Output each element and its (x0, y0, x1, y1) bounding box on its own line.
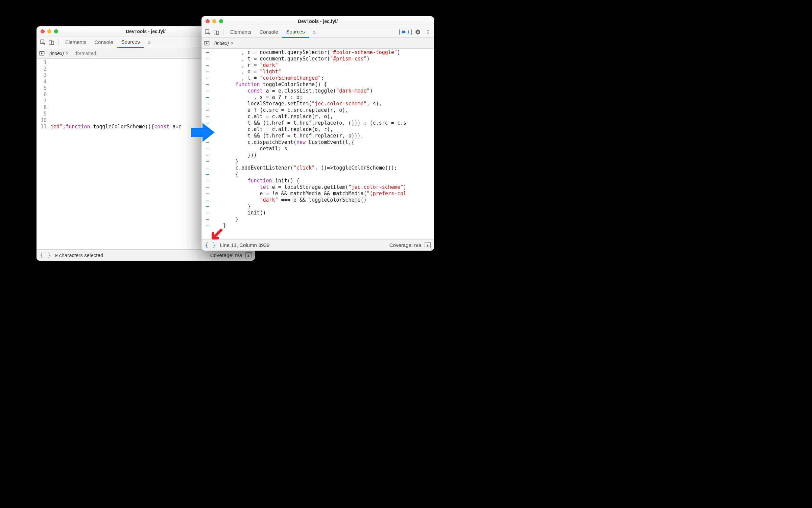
scroll-top-icon[interactable]: ▲ (425, 242, 431, 248)
inspect-element-icon[interactable] (39, 38, 47, 46)
cursor-position-status: Line 11, Column 3939 (220, 242, 270, 248)
separator (223, 29, 223, 35)
titlebar[interactable]: DevTools - jec.fyi/ (201, 16, 434, 26)
tab-sources[interactable]: Sources (117, 36, 144, 48)
panel-tabs: Elements Console Sources » (226, 26, 320, 38)
file-tab-label: (index) (49, 51, 64, 56)
inspect-element-icon[interactable] (204, 28, 212, 36)
code-content[interactable]: , c = document.querySelector("#color-sch… (210, 49, 408, 239)
code-editor[interactable]: –––––––––––––––––––––––––––– , c = docum… (201, 49, 434, 239)
close-window-icon[interactable] (41, 29, 45, 33)
file-tab-bar: (index) × (201, 38, 434, 49)
coverage-status: Coverage: n/a (210, 252, 242, 258)
blue-arrow-annotation (191, 123, 215, 142)
line-number-gutter: 1234567891011 (37, 59, 49, 249)
minimize-window-icon[interactable] (212, 19, 216, 23)
selection-status: 9 characters selected (55, 252, 103, 258)
navigator-toggle-icon[interactable] (38, 49, 46, 57)
zoom-window-icon[interactable] (219, 19, 223, 23)
window-controls (201, 19, 223, 23)
navigator-toggle-icon[interactable] (203, 39, 211, 47)
kebab-menu-icon[interactable] (424, 28, 432, 36)
issues-count: 1 (407, 29, 410, 34)
settings-icon[interactable] (414, 28, 422, 36)
tab-more[interactable]: » (144, 36, 155, 48)
minimize-window-icon[interactable] (47, 29, 51, 33)
tab-elements[interactable]: Elements (61, 36, 91, 48)
svg-rect-6 (216, 31, 219, 34)
fold-gutter[interactable]: –––––––––––––––––––––––––––– (201, 49, 210, 239)
pretty-print-icon[interactable]: { } (40, 252, 51, 259)
device-toolbar-icon[interactable] (47, 38, 55, 46)
svg-point-7 (427, 30, 428, 31)
code-content[interactable]: jed";function toggleColorScheme(){const … (49, 59, 183, 249)
window-controls (37, 29, 58, 33)
svg-rect-2 (51, 41, 54, 45)
status-bar: { } Line 11, Column 3939 Coverage: n/a ▲ (201, 239, 434, 251)
status-bar: { } 9 characters selected Coverage: n/a … (37, 249, 255, 261)
formatted-indicator: :formatted (75, 51, 96, 56)
devtools-window-after: DevTools - jec.fyi/ Elements Console Sou… (201, 16, 434, 251)
issues-icon (401, 30, 406, 34)
file-tab-index[interactable]: (index) × (47, 49, 71, 57)
devtools-toolbar: Elements Console Sources » 1 (201, 26, 434, 38)
tab-console[interactable]: Console (91, 36, 117, 48)
scroll-top-icon[interactable]: ▲ (245, 252, 252, 258)
device-toolbar-icon[interactable] (212, 28, 220, 36)
tab-console[interactable]: Console (256, 26, 282, 38)
panel-tabs: Elements Console Sources » (61, 36, 155, 48)
close-window-icon[interactable] (206, 19, 210, 23)
issues-badge[interactable]: 1 (399, 29, 412, 35)
separator (58, 39, 58, 46)
close-icon[interactable]: × (66, 51, 69, 56)
tab-sources[interactable]: Sources (282, 26, 309, 38)
file-tab-label: (index) (214, 41, 229, 46)
close-icon[interactable]: × (231, 41, 234, 46)
pretty-print-icon[interactable]: { } (205, 242, 216, 249)
tab-more[interactable]: » (309, 26, 320, 38)
coverage-status: Coverage: n/a (389, 242, 421, 248)
window-title: DevTools - jec.fyi/ (201, 19, 434, 24)
file-tab-index[interactable]: (index) × (212, 39, 236, 47)
svg-point-9 (427, 33, 428, 34)
svg-point-8 (427, 31, 428, 32)
zoom-window-icon[interactable] (54, 29, 58, 33)
tab-elements[interactable]: Elements (226, 26, 256, 38)
red-arrow-annotation (211, 229, 223, 241)
